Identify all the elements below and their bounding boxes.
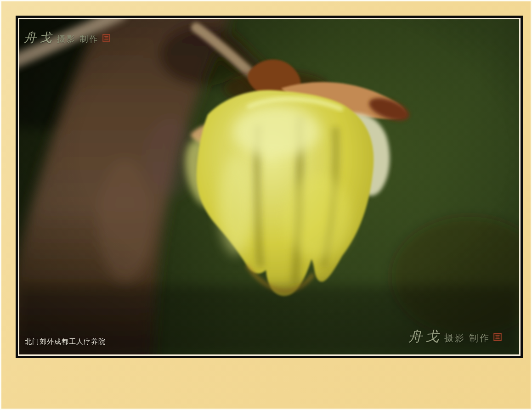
watermark-label: 摄影 制作 bbox=[57, 34, 99, 45]
photo-frame: 舟戈 摄影 制作 北门郊外成都工人疗养院 舟戈 摄影 制作 bbox=[16, 16, 523, 358]
location-caption: 北门郊外成都工人疗养院 bbox=[25, 337, 106, 346]
framed-photo-canvas: 舟戈 摄影 制作 北门郊外成都工人疗养院 舟戈 摄影 制作 bbox=[0, 0, 532, 410]
watermark-label: 摄影 制作 bbox=[444, 332, 490, 344]
watermark-top-left: 舟戈 摄影 制作 bbox=[24, 29, 110, 46]
artist-signature: 舟戈 bbox=[24, 29, 55, 46]
artist-seal-icon bbox=[493, 333, 502, 341]
watermark-bottom-right: 舟戈 摄影 制作 bbox=[408, 327, 502, 346]
photograph: 舟戈 摄影 制作 北门郊外成都工人疗养院 舟戈 摄影 制作 bbox=[19, 19, 519, 354]
artist-seal-icon bbox=[102, 34, 110, 42]
photo-art bbox=[19, 19, 519, 354]
frame-inner-line: 舟戈 摄影 制作 北门郊外成都工人疗养院 舟戈 摄影 制作 bbox=[18, 18, 521, 356]
artist-signature: 舟戈 bbox=[408, 327, 442, 346]
